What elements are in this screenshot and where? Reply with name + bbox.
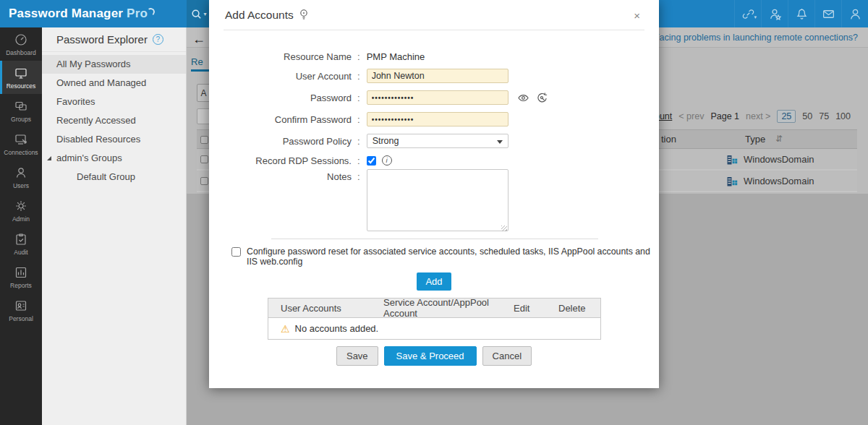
user-account-input[interactable] xyxy=(367,69,509,83)
col-user-accounts: User Accounts xyxy=(281,303,383,314)
password-explorer-panel: Password Explorer ? All My Passwords Own… xyxy=(42,27,187,425)
explorer-item-default-group[interactable]: Default Group xyxy=(42,168,186,186)
explorer-item-admins-groups[interactable]: admin's Groups xyxy=(42,149,186,168)
password-icon-group xyxy=(517,92,548,104)
show-password-eye-icon[interactable] xyxy=(517,93,529,103)
sidebar-item-dashboard[interactable]: Dashboard xyxy=(0,27,42,61)
colon: : xyxy=(357,71,360,82)
sidebar-label: Dashboard xyxy=(6,49,36,56)
generate-password-icon[interactable] xyxy=(536,92,548,104)
confirm-password-label: Confirm Password xyxy=(209,114,352,125)
logo-pro: Pro xyxy=(127,7,148,20)
explorer-item-recently-accessed[interactable]: Recently Accessed xyxy=(42,111,186,130)
tree-expander-icon[interactable] xyxy=(47,156,51,160)
explorer-item-favorites[interactable]: Favorites xyxy=(42,93,186,111)
colon: : xyxy=(357,155,360,166)
sidebar-item-groups[interactable]: Groups xyxy=(0,94,42,127)
search-caret-icon: ▾ xyxy=(203,11,206,17)
bulb-icon[interactable] xyxy=(299,9,309,21)
close-icon[interactable]: × xyxy=(631,8,643,23)
modal-title: Add Accounts xyxy=(225,9,294,22)
save-button[interactable]: Save xyxy=(336,346,378,366)
users-icon xyxy=(14,166,28,180)
notes-label: Notes xyxy=(209,169,352,182)
user-account-label: User Account xyxy=(209,71,352,82)
configure-reset-row: Configure password reset for associated … xyxy=(231,246,659,267)
add-accounts-modal: Add Accounts × Resource Name : PMP Machi… xyxy=(209,0,659,388)
app-logo: Password Manager Pro xyxy=(9,7,155,21)
sidebar-label: Users xyxy=(13,182,29,189)
colon: : xyxy=(357,93,360,103)
form-row-record-rdp: Record RDP Sessions. : i xyxy=(209,152,659,169)
explorer-item-owned-and-managed[interactable]: Owned and Managed xyxy=(42,74,186,93)
sidebar-label: Connections xyxy=(4,149,38,156)
logo-main: Password Manager xyxy=(9,7,123,20)
explorer-item-all-my-passwords[interactable]: All My Passwords xyxy=(42,55,186,74)
notifications-button[interactable] xyxy=(788,0,814,27)
explorer-item-label: admin's Groups xyxy=(56,153,122,163)
add-button[interactable]: Add xyxy=(417,272,451,291)
sidebar-label: Audit xyxy=(14,249,27,256)
form-divider xyxy=(271,239,598,239)
sidebar-item-admin[interactable]: Admin xyxy=(0,194,42,227)
resize-handle[interactable] xyxy=(501,226,507,231)
mail-button[interactable] xyxy=(814,0,841,27)
warning-icon: ⚠ xyxy=(281,323,290,335)
help-icon[interactable]: ? xyxy=(153,34,163,45)
confirm-password-input[interactable] xyxy=(367,112,509,126)
cancel-button[interactable]: Cancel xyxy=(482,346,532,366)
form-row-user-account: User Account : xyxy=(209,65,659,87)
accounts-empty-row: ⚠ No accounts added. xyxy=(268,318,600,339)
sidebar-item-personal[interactable]: Personal xyxy=(0,293,42,327)
sidebar-item-users[interactable]: Users xyxy=(0,160,42,194)
password-policy-select[interactable]: Strong xyxy=(367,134,509,148)
account-form: Resource Name : PMP Machine User Account… xyxy=(209,48,659,234)
user-icon xyxy=(848,7,862,21)
sidebar-item-resources[interactable]: Resources xyxy=(0,61,42,94)
form-row-password-policy: Password Policy : Strong xyxy=(209,130,659,152)
sidebar-item-audit[interactable]: Audit xyxy=(0,227,42,260)
notes-textarea[interactable] xyxy=(367,169,509,231)
user-star-icon xyxy=(768,7,782,21)
header-icon-group: ▾ xyxy=(734,0,868,27)
empty-message: No accounts added. xyxy=(295,323,379,334)
gear-icon xyxy=(14,199,28,213)
modal-footer: Save Save & Proceed Cancel xyxy=(209,346,659,366)
form-row-password: Password : xyxy=(209,87,659,108)
accounts-table-header: User Accounts Service Account/AppPool Ac… xyxy=(268,299,600,318)
global-search-button[interactable]: ▾ xyxy=(187,0,210,27)
col-service-account: Service Account/AppPool Account xyxy=(383,297,514,319)
sidebar-label: Admin xyxy=(12,215,30,223)
configure-reset-label: Configure password reset for associated … xyxy=(247,246,659,267)
record-rdp-label: Record RDP Sessions. xyxy=(209,155,352,166)
profile-button[interactable] xyxy=(841,0,868,27)
sidebar-item-connections[interactable]: Connections xyxy=(0,127,42,160)
link-icon xyxy=(741,7,755,21)
bell-icon xyxy=(795,7,809,21)
configure-reset-checkbox[interactable] xyxy=(231,247,241,257)
connections-icon xyxy=(14,132,28,147)
resource-name-value: PMP Machine xyxy=(367,51,425,62)
logo-swoosh-icon xyxy=(146,7,155,16)
accounts-table: User Accounts Service Account/AppPool Ac… xyxy=(268,298,601,340)
info-icon[interactable]: i xyxy=(382,155,392,166)
explorer-title: Password Explorer xyxy=(56,33,148,46)
sidebar-label: Resources xyxy=(7,82,36,90)
quick-connect-button[interactable]: ▾ xyxy=(734,0,761,27)
record-rdp-checkbox[interactable] xyxy=(367,156,376,166)
explorer-item-disabled-resources[interactable]: Disabled Resources xyxy=(42,130,186,149)
colon: : xyxy=(357,136,360,147)
groups-icon xyxy=(14,99,28,113)
password-input[interactable] xyxy=(367,90,509,105)
user-favorites-button[interactable] xyxy=(761,0,788,27)
password-policy-label: Password Policy xyxy=(209,136,352,147)
mail-icon xyxy=(822,7,835,21)
sidebar-item-reports[interactable]: Reports xyxy=(0,260,42,293)
form-row-resource-name: Resource Name : PMP Machine xyxy=(209,48,659,65)
modal-header: Add Accounts × xyxy=(224,0,644,30)
save-and-proceed-button[interactable]: Save & Proceed xyxy=(384,346,477,366)
form-row-confirm-password: Confirm Password : xyxy=(209,108,659,130)
dashboard-icon xyxy=(14,33,28,47)
audit-icon xyxy=(14,232,28,246)
colon: : xyxy=(357,114,360,125)
